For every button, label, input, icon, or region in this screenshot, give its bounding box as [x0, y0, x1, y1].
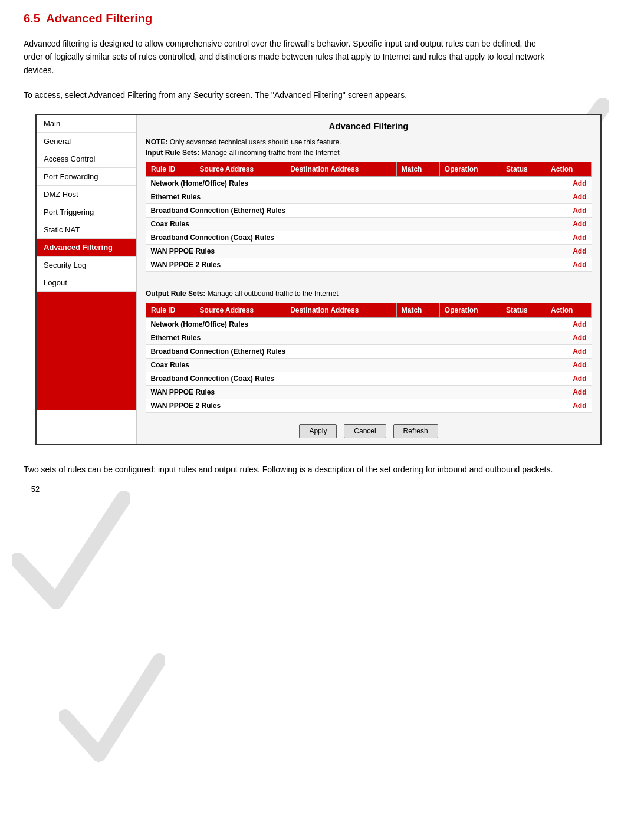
- add-link-cell-out[interactable]: Add: [546, 344, 592, 358]
- rule-name-cell-out: Broadband Connection (Ethernet) Rules: [146, 344, 546, 358]
- sidebar: Main General Access Control Port Forward…: [37, 115, 137, 444]
- rule-name-cell-out: Ethernet Rules: [146, 331, 546, 344]
- output-rule-set-label: Output Rule Sets: Manage all outbound tr…: [146, 290, 592, 298]
- watermark-checkmark-2: [12, 484, 130, 639]
- sidebar-item-port-forwarding[interactable]: Port Forwarding: [37, 168, 136, 186]
- rule-name-cell: WAN PPPOE 2 Rules: [146, 258, 546, 271]
- screenshot-box: Main General Access Control Port Forward…: [35, 114, 602, 445]
- sidebar-item-main[interactable]: Main: [37, 115, 136, 133]
- add-link-cell[interactable]: Add: [546, 190, 592, 203]
- add-link-cell[interactable]: Add: [546, 217, 592, 231]
- table-row: Broadband Connection (Ethernet) Rules Ad…: [146, 203, 592, 217]
- sidebar-item-advanced-filtering[interactable]: Advanced Filtering: [37, 239, 136, 257]
- col-action-out: Action: [546, 303, 592, 317]
- sidebar-item-security-log[interactable]: Security Log: [37, 257, 136, 274]
- add-link-cell-out[interactable]: Add: [546, 317, 592, 331]
- table-row: WAN PPPOE 2 Rules Add: [146, 258, 592, 271]
- input-rule-set-label: Input Rule Sets: Manage all incoming tra…: [146, 149, 592, 157]
- col-match-out: Match: [396, 303, 439, 317]
- add-link-cell-out[interactable]: Add: [546, 331, 592, 344]
- rule-name-cell: Ethernet Rules: [146, 190, 546, 203]
- watermark-checkmark-3: [59, 649, 165, 786]
- col-operation-out: Operation: [439, 303, 501, 317]
- rule-name-cell: Coax Rules: [146, 217, 546, 231]
- sidebar-item-access-control[interactable]: Access Control: [37, 150, 136, 168]
- rule-name-cell: Network (Home/Office) Rules: [146, 176, 546, 190]
- table-row: Broadband Connection (Coax) Rules Add: [146, 231, 592, 244]
- table-row: WAN PPPOE Rules Add: [146, 244, 592, 258]
- col-match: Match: [396, 162, 439, 176]
- intro-paragraph: Advanced filtering is designed to allow …: [24, 37, 554, 77]
- sidebar-item-general[interactable]: General: [37, 133, 136, 150]
- table-row: Network (Home/Office) Rules Add: [146, 317, 592, 331]
- input-rules-table: Rule ID Source Address Destination Addre…: [146, 162, 592, 272]
- table-row: Broadband Connection (Ethernet) Rules Ad…: [146, 344, 592, 358]
- sidebar-item-port-triggering[interactable]: Port Triggering: [37, 203, 136, 221]
- table-row: Ethernet Rules Add: [146, 331, 592, 344]
- rule-name-cell: WAN PPPOE Rules: [146, 244, 546, 258]
- table-row: Coax Rules Add: [146, 358, 592, 372]
- col-destination-address: Destination Address: [285, 162, 397, 176]
- table-row: Coax Rules Add: [146, 217, 592, 231]
- rule-name-cell: Broadband Connection (Coax) Rules: [146, 231, 546, 244]
- rule-name-cell-out: Coax Rules: [146, 358, 546, 372]
- table-row: Network (Home/Office) Rules Add: [146, 176, 592, 190]
- add-link-cell-out[interactable]: Add: [546, 399, 592, 412]
- sidebar-item-dmz-host[interactable]: DMZ Host: [37, 186, 136, 203]
- section-title: 6.5 Advanced Filtering: [24, 12, 620, 25]
- output-rules-table: Rule ID Source Address Destination Addre…: [146, 303, 592, 413]
- rule-name-cell-out: WAN PPPOE 2 Rules: [146, 399, 546, 412]
- rule-name-cell-out: Broadband Connection (Coax) Rules: [146, 372, 546, 385]
- rule-name-cell: Broadband Connection (Ethernet) Rules: [146, 203, 546, 217]
- table-row: Broadband Connection (Coax) Rules Add: [146, 372, 592, 385]
- add-link-cell[interactable]: Add: [546, 231, 592, 244]
- add-link-cell[interactable]: Add: [546, 258, 592, 271]
- apply-button[interactable]: Apply: [299, 424, 337, 438]
- add-link-cell[interactable]: Add: [546, 203, 592, 217]
- add-link-cell[interactable]: Add: [546, 176, 592, 190]
- screen-title: Advanced Filtering: [146, 121, 592, 131]
- refresh-button[interactable]: Refresh: [393, 424, 438, 438]
- access-text: To access, select Advanced Filtering fro…: [24, 88, 554, 101]
- footer-text: Two sets of rules can be configured: inp…: [24, 463, 554, 476]
- col-operation: Operation: [439, 162, 501, 176]
- page-number: 52: [24, 482, 47, 494]
- note-text: NOTE: Only advanced technical users shou…: [146, 138, 592, 146]
- table-row: WAN PPPOE 2 Rules Add: [146, 399, 592, 412]
- col-status-out: Status: [501, 303, 546, 317]
- col-destination-address-out: Destination Address: [285, 303, 397, 317]
- rule-name-cell-out: WAN PPPOE Rules: [146, 385, 546, 399]
- table-row: Ethernet Rules Add: [146, 190, 592, 203]
- col-rule-id: Rule ID: [146, 162, 195, 176]
- col-action: Action: [546, 162, 592, 176]
- table-row: WAN PPPOE Rules Add: [146, 385, 592, 399]
- main-content-area: Advanced Filtering NOTE: Only advanced t…: [137, 115, 600, 444]
- col-status: Status: [501, 162, 546, 176]
- col-rule-id-out: Rule ID: [146, 303, 195, 317]
- add-link-cell[interactable]: Add: [546, 244, 592, 258]
- col-source-address: Source Address: [195, 162, 285, 176]
- add-link-cell-out[interactable]: Add: [546, 385, 592, 399]
- sidebar-red-decorative: [37, 292, 136, 410]
- col-source-address-out: Source Address: [195, 303, 285, 317]
- sidebar-item-static-nat[interactable]: Static NAT: [37, 221, 136, 239]
- button-row: Apply Cancel Refresh: [146, 419, 592, 438]
- rule-name-cell-out: Network (Home/Office) Rules: [146, 317, 546, 331]
- add-link-cell-out[interactable]: Add: [546, 372, 592, 385]
- add-link-cell-out[interactable]: Add: [546, 358, 592, 372]
- sidebar-item-logout[interactable]: Logout: [37, 274, 136, 292]
- cancel-button[interactable]: Cancel: [344, 424, 386, 438]
